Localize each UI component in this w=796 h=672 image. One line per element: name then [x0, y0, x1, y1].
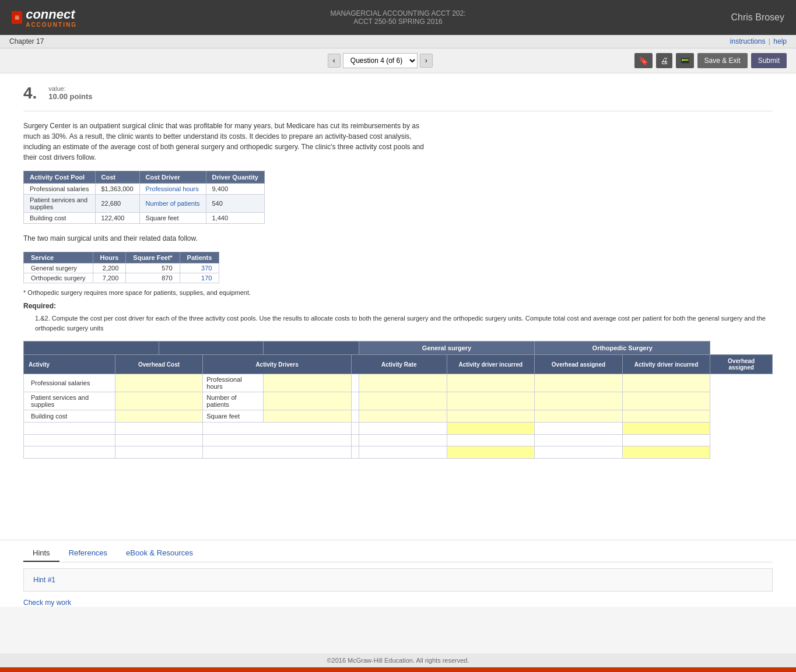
- col-orthopedic-surgery: Orthopedic Surgery: [535, 342, 710, 355]
- table-row: Building cost 122,400 Square feet 1,440: [24, 213, 265, 224]
- prof-gen-overhead-cell[interactable]: [447, 374, 535, 392]
- logo-icon: ≡: [12, 11, 22, 24]
- logo-text: connect ACCOUNTING: [26, 7, 77, 28]
- prof-cost-input[interactable]: [119, 379, 199, 387]
- patient-gen-overhead-input[interactable]: [451, 397, 531, 405]
- table-row: Professional salaries Professional hours: [24, 374, 773, 392]
- col-general-surgery: General surgery: [359, 342, 534, 355]
- prev-button[interactable]: ‹: [328, 54, 341, 68]
- save-exit-button[interactable]: Save & Exit: [697, 53, 748, 68]
- logo: ≡ connect ACCOUNTING: [12, 7, 77, 28]
- building-orth-driver-cell[interactable]: [535, 410, 623, 423]
- prof-orth-driver-input[interactable]: [538, 379, 619, 387]
- avg-patient-row: [24, 446, 773, 459]
- table-row: Orthopedic surgery 7,200 870 170: [24, 273, 219, 283]
- course-title: MANAGERCIAL ACCOUNTING ACCT 202: ACCT 25…: [330, 9, 465, 26]
- col-cost-driver: Cost Driver: [139, 171, 206, 184]
- submit-button[interactable]: Submit: [751, 53, 787, 68]
- tab-list: Hints References eBook & Resources: [23, 540, 773, 562]
- table-row: Patient services andsupplies 22,680 Numb…: [24, 195, 265, 213]
- building-cost-input[interactable]: [119, 412, 199, 420]
- question-number: 4.: [23, 85, 37, 101]
- patient-rate-cell[interactable]: [264, 392, 352, 410]
- prof-gen-driver-cell[interactable]: [359, 374, 447, 392]
- calculator-button[interactable]: 📟: [676, 53, 694, 68]
- avg-cost-row: [24, 435, 773, 446]
- next-button[interactable]: ›: [420, 54, 433, 68]
- patient-rate-input[interactable]: [267, 397, 348, 405]
- avg2-orth-overhead[interactable]: [622, 446, 710, 459]
- prof-orth-driver-cell[interactable]: [535, 374, 623, 392]
- chapter-label: Chapter 17: [9, 37, 44, 45]
- answer-table: General surgery Orthopedic Surgery Activ…: [23, 341, 773, 459]
- total1-orth-overhead-input[interactable]: [626, 424, 707, 432]
- patient-gen-driver-input[interactable]: [363, 397, 443, 405]
- prof-orth-overhead-cell[interactable]: [622, 374, 710, 392]
- total1-gen-overhead[interactable]: [447, 423, 535, 435]
- required-label: Required:: [23, 302, 773, 310]
- check-my-work-link[interactable]: Check my work: [23, 599, 773, 607]
- top-links: instructions | help: [730, 37, 787, 45]
- patient-gen-overhead-cell[interactable]: [447, 392, 535, 410]
- building-orth-overhead-input[interactable]: [626, 412, 707, 420]
- problem-intro: Surgery Center is an outpatient surgical…: [23, 121, 432, 163]
- footnote: * Orthopedic surgery requires more space…: [23, 289, 773, 296]
- print-button[interactable]: 🖨: [656, 53, 672, 68]
- tab-ebook[interactable]: eBook & Resources: [117, 545, 202, 562]
- question-nav: ‹ Question 4 (of 6) › 🔖 🖨 📟 Save & Exit …: [0, 48, 796, 73]
- bookmark-button[interactable]: 🔖: [634, 53, 653, 68]
- avg2-orth-overhead-input[interactable]: [626, 448, 707, 456]
- sub-gen-driver-incurred: Activity driver incurred: [447, 355, 535, 374]
- patient-orth-driver-cell[interactable]: [535, 392, 623, 410]
- user-name: Chris Brosey: [731, 12, 784, 23]
- sub-activity: Activity: [24, 355, 115, 374]
- building-orth-overhead-cell[interactable]: [622, 410, 710, 423]
- prof-orth-overhead-input[interactable]: [626, 379, 707, 387]
- tab-hints[interactable]: Hints: [23, 545, 59, 562]
- required-detail: 1.&2. Compute the cost per cost driver f…: [23, 314, 773, 333]
- building-orth-driver-input[interactable]: [538, 412, 619, 420]
- sub-orth-overhead-assigned: Overhead assigned: [710, 355, 773, 374]
- prof-cost-cell[interactable]: [115, 374, 203, 392]
- patient-orth-driver-input[interactable]: [538, 397, 619, 405]
- top-bar: Chapter 17 instructions | help: [0, 35, 796, 48]
- building-gen-overhead-input[interactable]: [451, 412, 531, 420]
- hints-content: Hint #1: [23, 568, 773, 592]
- question-select[interactable]: Question 4 (of 6): [343, 53, 418, 68]
- service-intro: The two main surgical units and their re…: [23, 233, 432, 244]
- patient-gen-driver-cell[interactable]: [359, 392, 447, 410]
- patient-cost-cell[interactable]: [115, 392, 203, 410]
- patient-cost-input[interactable]: [119, 397, 199, 405]
- hint1-link[interactable]: Hint #1: [33, 576, 55, 584]
- main-content: 4. value: 10.00 points Surgery Center is…: [0, 73, 796, 540]
- sub-gen-overhead-assigned: Overhead assigned: [535, 355, 623, 374]
- avg2-gen-overhead[interactable]: [447, 446, 535, 459]
- nav-center: ‹ Question 4 (of 6) ›: [328, 53, 433, 68]
- building-rate-input[interactable]: [267, 412, 348, 420]
- building-gen-driver-cell[interactable]: [359, 410, 447, 423]
- building-gen-overhead-cell[interactable]: [447, 410, 535, 423]
- prof-rate-input[interactable]: [267, 379, 348, 387]
- patient-orth-overhead-input[interactable]: [626, 397, 707, 405]
- table-row: Professional salaries $1,363,000 Profess…: [24, 184, 265, 195]
- header: ≡ connect ACCOUNTING MANAGERCIAL ACCOUNT…: [0, 0, 796, 35]
- total1-orth-overhead[interactable]: [622, 423, 710, 435]
- col-driver-quantity: Driver Quantity: [206, 171, 264, 184]
- building-gen-driver-input[interactable]: [363, 412, 443, 420]
- building-cost-cell[interactable]: [115, 410, 203, 423]
- patient-orth-overhead-cell[interactable]: [622, 392, 710, 410]
- avg2-gen-overhead-input[interactable]: [451, 448, 531, 456]
- question-header: 4. value: 10.00 points: [23, 85, 773, 101]
- answer-table-wrapper: General surgery Orthopedic Surgery Activ…: [23, 341, 773, 459]
- question-value: value: 10.00 points: [48, 85, 92, 101]
- building-rate-cell[interactable]: [264, 410, 352, 423]
- tab-references[interactable]: References: [59, 545, 117, 562]
- instructions-link[interactable]: instructions: [730, 37, 766, 45]
- prof-rate-cell[interactable]: [264, 374, 352, 392]
- prof-gen-driver-input[interactable]: [363, 379, 443, 387]
- prof-gen-overhead-input[interactable]: [451, 379, 531, 387]
- help-link[interactable]: help: [773, 37, 787, 45]
- table-row: Building cost Square feet: [24, 410, 773, 423]
- table-row: General surgery 2,200 570 370: [24, 263, 219, 273]
- total1-gen-overhead-input[interactable]: [451, 424, 531, 432]
